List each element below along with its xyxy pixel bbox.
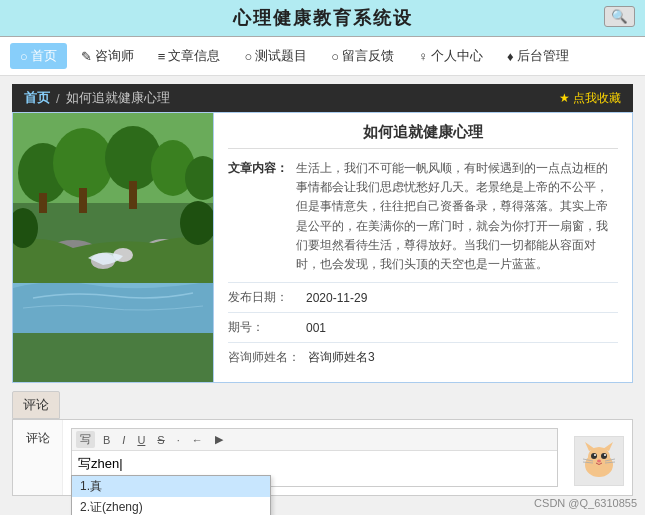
comment-label-text: 评论 (19, 430, 56, 447)
autocomplete-item[interactable]: 2.证(zheng) (72, 497, 270, 515)
star-icon: ★ (559, 91, 570, 105)
watermark: CSDN @Q_6310855 (534, 497, 637, 509)
svg-point-25 (604, 454, 606, 456)
toolbar-italic[interactable]: I (118, 433, 129, 447)
article-image (13, 113, 213, 382)
autocomplete-dropdown: 1.真 2.证(zheng) 3.镇 4.正 5. · ◀ ▶ 6.真的 7.真… (71, 475, 271, 515)
article-content-row: 文章内容： 生活上，我们不可能一帆风顺，有时候遇到的一点点边框的事情都会让我们思… (228, 159, 618, 274)
article-detail: 如何追就健康心理 文章内容： 生活上，我们不可能一帆风顺，有时候遇到的一点点边框… (12, 112, 633, 383)
comment-section: 评论 评论 写 B I U S · ← ▶ 写zhen| (12, 391, 633, 496)
date-value: 2020-11-29 (306, 291, 367, 305)
navigation: ○ 首页 ✎ 咨询师 ≡ 文章信息 ○ 测试题目 ○ 留言反馈 ♀ 个人中心 ♦… (0, 37, 645, 76)
app-title: 心理健康教育系统设 (233, 8, 413, 28)
article-title: 如何追就健康心理 (228, 123, 618, 149)
toolbar-bold[interactable]: B (99, 433, 114, 447)
svg-rect-7 (79, 188, 87, 213)
nav-articles[interactable]: ≡ 文章信息 (148, 43, 231, 69)
search-button[interactable]: 🔍 (604, 6, 635, 27)
nav-admin[interactable]: ♦ 后台管理 (497, 43, 579, 69)
number-row: 期号： 001 (228, 312, 618, 342)
svg-point-2 (53, 128, 113, 198)
bookmark-button[interactable]: ★ 点我收藏 (559, 90, 621, 107)
toolbar-play[interactable]: ▶ (211, 432, 227, 447)
content-text: 生活上，我们不可能一帆风顺，有时候遇到的一点点边框的事情都会让我们思虑忧愁好几天… (296, 159, 618, 274)
svg-rect-6 (39, 193, 47, 213)
nav-messages[interactable]: ○ 留言反馈 (321, 43, 404, 69)
date-label: 发布日期： (228, 289, 298, 306)
comment-input-area: 写 B I U S · ← ▶ 写zhen| 1.真 2.证(zheng) (63, 420, 566, 495)
nav-personal[interactable]: ♀ 个人中心 (408, 43, 493, 69)
svg-point-22 (591, 453, 597, 459)
autocomplete-item[interactable]: 1.真 (72, 476, 270, 497)
toolbar-strikethrough[interactable]: S (153, 433, 168, 447)
messages-icon: ○ (331, 49, 339, 64)
main-content: 首页 / 如何追就健康心理 ★ 点我收藏 (0, 76, 645, 504)
comment-body: 评论 写 B I U S · ← ▶ 写zhen| (12, 419, 633, 496)
consult-icon: ✎ (81, 49, 92, 64)
breadcrumb-current: 如何追就健康心理 (66, 89, 170, 107)
comment-label: 评论 (13, 420, 63, 495)
breadcrumb-bar: 首页 / 如何追就健康心理 ★ 点我收藏 (12, 84, 633, 112)
number-value: 001 (306, 321, 326, 335)
avatar (574, 436, 624, 486)
comment-toolbar: 写 B I U S · ← ▶ (72, 429, 557, 451)
comment-header: 评论 (12, 391, 60, 419)
toolbar-dot[interactable]: · (173, 433, 184, 447)
toolbar-back[interactable]: ← (188, 433, 207, 447)
nav-questions[interactable]: ○ 测试题目 (234, 43, 317, 69)
breadcrumb-left: 首页 / 如何追就健康心理 (24, 89, 170, 107)
svg-point-23 (601, 453, 607, 459)
toolbar-underline[interactable]: U (133, 433, 149, 447)
personal-icon: ♀ (418, 49, 428, 64)
toolbar-write[interactable]: 写 (76, 431, 95, 448)
questions-icon: ○ (244, 49, 252, 64)
number-label: 期号： (228, 319, 298, 336)
breadcrumb-separator: / (56, 91, 60, 106)
nav-consult[interactable]: ✎ 咨询师 (71, 43, 144, 69)
counselor-row: 咨询师姓名： 咨询师姓名3 (228, 342, 618, 372)
date-row: 发布日期： 2020-11-29 (228, 282, 618, 312)
article-info: 如何追就健康心理 文章内容： 生活上，我们不可能一帆风顺，有时候遇到的一点点边框… (213, 113, 632, 382)
articles-icon: ≡ (158, 49, 166, 64)
svg-point-26 (597, 460, 601, 463)
home-icon: ○ (20, 49, 28, 64)
admin-icon: ♦ (507, 49, 514, 64)
counselor-value: 咨询师姓名3 (308, 349, 375, 366)
avatar-area (566, 420, 632, 495)
breadcrumb-home[interactable]: 首页 (24, 89, 50, 107)
nav-home[interactable]: ○ 首页 (10, 43, 67, 69)
counselor-label: 咨询师姓名： (228, 349, 300, 366)
svg-rect-8 (129, 181, 137, 209)
content-label: 文章内容： (228, 159, 288, 274)
header: 心理健康教育系统设 🔍 (0, 0, 645, 37)
svg-point-24 (594, 454, 596, 456)
